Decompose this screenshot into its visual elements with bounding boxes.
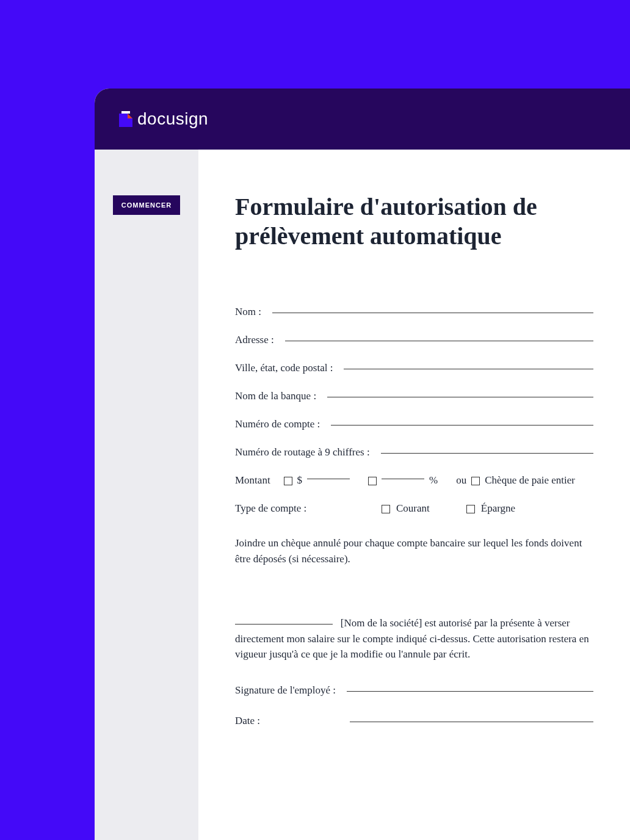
document-area: Formulaire d'autorisation de prélèvement… — [198, 150, 630, 840]
label-percent: % — [429, 474, 438, 487]
label-dollar: $ — [297, 474, 303, 487]
label-amount: Montant — [235, 474, 270, 487]
input-line-signature[interactable] — [347, 691, 593, 692]
checkbox-dollar[interactable] — [284, 477, 292, 485]
field-routing: Numéro de routage à 9 chiffres : — [235, 446, 593, 458]
checkbox-entire[interactable] — [471, 477, 480, 485]
input-line-company[interactable] — [235, 624, 333, 625]
input-line-percent[interactable] — [382, 479, 424, 479]
docusign-logo: docusign — [119, 109, 208, 129]
svg-rect-0 — [121, 111, 130, 114]
checkbox-percent[interactable] — [368, 477, 377, 485]
field-bank: Nom de la banque : — [235, 390, 593, 402]
docusign-logo-icon — [119, 111, 132, 127]
field-account-type: Type de compte : Courant Épargne — [235, 502, 593, 515]
label-or: ou — [456, 474, 466, 487]
input-line-account[interactable] — [331, 425, 593, 425]
input-line-dollar[interactable] — [307, 479, 350, 479]
input-line-bank[interactable] — [327, 397, 593, 397]
input-line-city[interactable] — [344, 369, 593, 369]
checkbox-savings[interactable] — [466, 505, 475, 513]
input-line-address[interactable] — [285, 341, 593, 341]
label-bank: Nom de la banque : — [235, 390, 316, 402]
label-savings: Épargne — [481, 502, 515, 515]
field-account: Numéro de compte : — [235, 418, 593, 430]
field-name: Nom : — [235, 306, 593, 318]
document-title: Formulaire d'autorisation de prélèvement… — [235, 192, 593, 251]
field-signature: Signature de l'employé : — [235, 684, 593, 697]
label-address: Adresse : — [235, 334, 274, 346]
authorization-text: [Nom de la société] est autorisé par la … — [235, 615, 593, 662]
body-row: COMMENCER Formulaire d'autorisation de p… — [95, 150, 630, 840]
label-routing: Numéro de routage à 9 chiffres : — [235, 446, 370, 458]
input-line-date[interactable] — [350, 722, 593, 722]
label-signature: Signature de l'employé : — [235, 684, 336, 697]
checkbox-checking[interactable] — [382, 505, 390, 513]
field-city: Ville, état, code postal : — [235, 362, 593, 374]
label-date: Date : — [235, 715, 339, 727]
sidebar: COMMENCER — [95, 150, 198, 840]
start-button[interactable]: COMMENCER — [113, 195, 180, 215]
note-text: Joindre un chèque annulé pour chaque com… — [235, 535, 593, 567]
header-bar: docusign — [95, 89, 630, 150]
label-checking: Courant — [396, 502, 430, 515]
label-entire: Chèque de paie entier — [485, 474, 575, 487]
docusign-logo-text: docusign — [137, 109, 208, 129]
label-account: Numéro de compte : — [235, 418, 320, 430]
field-amount: Montant $ % ou Chèque de paie entier — [235, 474, 593, 487]
input-line-routing[interactable] — [381, 453, 593, 454]
field-address: Adresse : — [235, 334, 593, 346]
label-city: Ville, état, code postal : — [235, 362, 333, 374]
input-line-name[interactable] — [272, 313, 593, 313]
label-name: Nom : — [235, 306, 261, 318]
app-window: docusign COMMENCER Formulaire d'autorisa… — [95, 89, 630, 840]
label-account-type: Type de compte : — [235, 502, 345, 515]
field-date: Date : — [235, 715, 593, 727]
